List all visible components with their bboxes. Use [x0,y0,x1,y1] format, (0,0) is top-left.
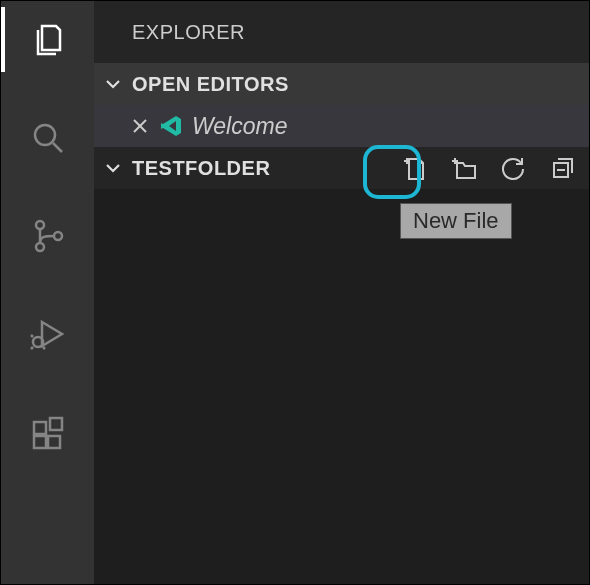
svg-rect-11 [48,436,60,448]
files-icon [28,20,68,60]
activity-explorer[interactable] [23,15,73,65]
explorer-sidebar: EXPLORER OPEN EDITORS Welcome TESTFOLDER [94,1,589,584]
svg-rect-9 [34,422,46,434]
activity-debug[interactable] [23,309,73,359]
svg-line-6 [31,335,33,337]
collapse-all-icon [550,155,576,181]
chevron-down-icon [102,159,124,177]
new-file-icon [399,154,427,182]
chevron-down-icon [102,75,124,93]
sidebar-title-label: EXPLORER [132,21,245,44]
svg-line-8 [43,347,45,349]
svg-rect-10 [34,436,46,448]
svg-line-7 [31,347,33,349]
tooltip-text: New File [413,208,499,233]
new-folder-button[interactable] [449,154,477,182]
extensions-icon [28,412,68,452]
svg-line-1 [53,143,62,152]
activity-bar [1,1,94,584]
active-indicator [1,7,5,72]
source-control-icon [28,216,68,256]
svg-point-3 [36,243,44,251]
svg-point-0 [35,125,55,145]
editor-name: Welcome [192,113,287,140]
folder-contents[interactable] [94,189,589,584]
open-editors-header[interactable]: OPEN EDITORS [94,63,589,105]
close-icon[interactable] [130,116,150,136]
debug-icon [28,314,68,354]
activity-search[interactable] [23,113,73,163]
folder-actions [399,154,577,182]
new-folder-icon [449,154,477,182]
folder-name: TESTFOLDER [132,157,270,180]
svg-point-4 [54,232,62,240]
folder-header[interactable]: TESTFOLDER [94,147,589,189]
search-icon [28,118,68,158]
activity-extensions[interactable] [23,407,73,457]
collapse-all-button[interactable] [549,154,577,182]
activity-source-control[interactable] [23,211,73,261]
refresh-icon [500,155,526,181]
svg-rect-12 [50,418,62,430]
vscode-logo-icon [158,113,184,139]
new-file-button[interactable] [399,154,427,182]
sidebar-title: EXPLORER [94,1,589,63]
svg-point-2 [36,221,44,229]
tooltip: New File [400,203,512,239]
open-editor-item[interactable]: Welcome [94,105,589,147]
refresh-button[interactable] [499,154,527,182]
open-editors-label: OPEN EDITORS [132,73,289,96]
